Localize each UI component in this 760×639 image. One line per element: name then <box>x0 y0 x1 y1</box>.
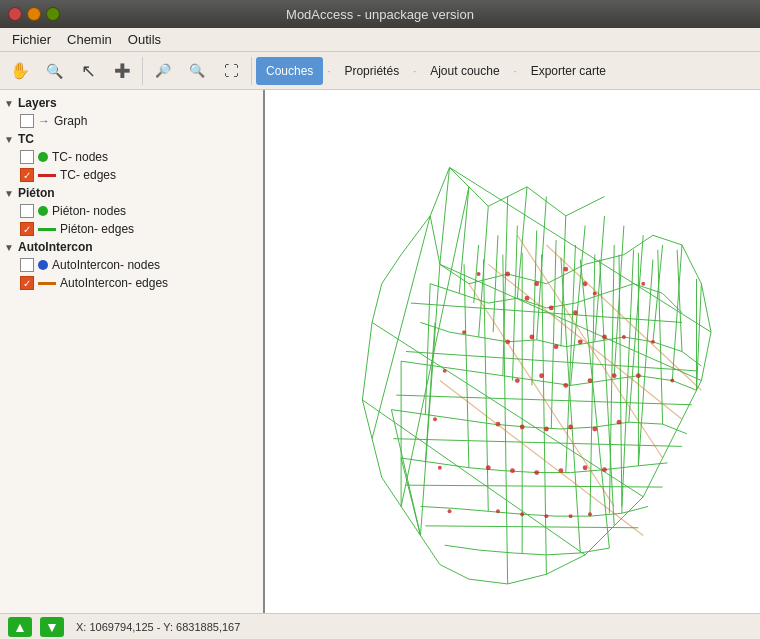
autointercon-nodes-checkbox[interactable] <box>20 258 34 272</box>
autointercon-nodes-row[interactable]: AutoIntercon- nodes <box>0 256 263 274</box>
coordinates-display: X: 1069794,125 - Y: 6831885,167 <box>76 621 240 633</box>
pan-tool[interactable]: ✋ <box>4 55 36 87</box>
autointercon-group-label: AutoIntercon <box>18 240 93 254</box>
menu-chemin[interactable]: Chemin <box>59 30 120 49</box>
pieton-edges-checkbox[interactable] <box>20 222 34 236</box>
svg-point-179 <box>520 512 524 516</box>
pointer-icon: ↖ <box>81 60 96 82</box>
tab-exporter-carte[interactable]: Exporter carte <box>521 57 616 85</box>
svg-point-168 <box>544 427 549 432</box>
svg-point-190 <box>443 369 447 373</box>
svg-point-173 <box>510 468 515 473</box>
layers-expand-icon: ▼ <box>4 98 16 109</box>
zoom-minus-icon: 🔍 <box>189 63 205 78</box>
pointer-tool[interactable]: ↖ <box>72 55 104 87</box>
autointercon-group-header[interactable]: ▼ AutoIntercon <box>0 238 263 256</box>
svg-point-153 <box>549 305 554 310</box>
svg-point-150 <box>563 267 568 272</box>
svg-point-157 <box>554 344 559 349</box>
svg-point-160 <box>515 378 520 383</box>
svg-point-182 <box>588 512 592 516</box>
extent-icon: ⛶ <box>224 62 239 79</box>
svg-point-174 <box>534 470 539 475</box>
toolbar-separator-1 <box>142 57 143 85</box>
svg-point-177 <box>602 467 607 472</box>
svg-point-158 <box>578 339 583 344</box>
layer-graph-checkbox[interactable] <box>20 114 34 128</box>
map-canvas <box>265 90 760 613</box>
svg-point-187 <box>622 335 626 339</box>
crosshair-icon: ✚ <box>114 59 131 83</box>
layer-graph-row[interactable]: → Graph <box>0 112 263 130</box>
svg-point-170 <box>592 427 597 432</box>
pieton-nodes-label: Piéton- nodes <box>52 204 126 218</box>
layers-title: Layers <box>18 96 57 110</box>
toolbar-separator-2 <box>251 57 252 85</box>
maximize-button[interactable] <box>46 7 60 21</box>
tab-couches[interactable]: Couches <box>256 57 323 85</box>
menubar: Fichier Chemin Outils <box>0 28 760 52</box>
zoom-plus-icon: 🔎 <box>155 63 171 78</box>
window-title: ModAccess - unpackage version <box>286 7 474 22</box>
pieton-group-header[interactable]: ▼ Piéton <box>0 184 263 202</box>
tc-nodes-checkbox[interactable] <box>20 150 34 164</box>
svg-point-167 <box>520 425 525 430</box>
crosshair-tool[interactable]: ✚ <box>106 55 138 87</box>
move-up-button[interactable]: ▲ <box>8 617 32 637</box>
svg-point-189 <box>462 330 466 334</box>
zoom-in-tool[interactable]: 🔍 <box>38 55 70 87</box>
close-button[interactable] <box>8 7 22 21</box>
tc-group-header[interactable]: ▼ TC <box>0 130 263 148</box>
svg-point-180 <box>544 514 548 518</box>
svg-point-164 <box>612 373 617 378</box>
map-area[interactable] <box>265 90 760 613</box>
titlebar: ModAccess - unpackage version <box>0 0 760 28</box>
autointercon-expand-icon: ▼ <box>4 242 16 253</box>
minimize-button[interactable] <box>27 7 41 21</box>
tc-group-label: TC <box>18 132 34 146</box>
svg-point-178 <box>496 509 500 513</box>
menu-fichier[interactable]: Fichier <box>4 30 59 49</box>
pieton-nodes-row[interactable]: Piéton- nodes <box>0 202 263 220</box>
pieton-edges-row[interactable]: Piéton- edges <box>0 220 263 238</box>
svg-point-165 <box>636 373 641 378</box>
svg-point-156 <box>529 335 534 340</box>
pieton-edges-label: Piéton- edges <box>60 222 134 236</box>
extent-button[interactable]: ⛶ <box>215 55 247 87</box>
pieton-nodes-checkbox[interactable] <box>20 204 34 218</box>
svg-point-183 <box>477 272 481 276</box>
svg-point-148 <box>505 272 510 277</box>
svg-point-162 <box>563 383 568 388</box>
tc-nodes-row[interactable]: TC- nodes <box>0 148 263 166</box>
svg-point-171 <box>617 420 622 425</box>
tc-nodes-label: TC- nodes <box>52 150 108 164</box>
svg-point-176 <box>583 465 588 470</box>
pan-icon: ✋ <box>10 61 30 80</box>
tc-edges-checkbox[interactable] <box>20 168 34 182</box>
tc-edges-line-icon <box>38 174 56 177</box>
autointercon-edges-row[interactable]: AutoIntercon- edges <box>0 274 263 292</box>
menu-outils[interactable]: Outils <box>120 30 169 49</box>
autointercon-edges-line-icon <box>38 282 56 285</box>
tab-sep-2: · <box>411 65 418 77</box>
move-down-button[interactable]: ▼ <box>40 617 64 637</box>
svg-point-186 <box>670 379 674 383</box>
svg-point-149 <box>534 281 539 286</box>
zoom-in-button[interactable]: 🔎 <box>147 55 179 87</box>
svg-point-154 <box>573 310 578 315</box>
zoom-out-button[interactable]: 🔍 <box>181 55 213 87</box>
tab-proprietes[interactable]: Propriétés <box>334 57 409 85</box>
autointercon-edges-label: AutoIntercon- edges <box>60 276 168 290</box>
autointercon-nodes-label: AutoIntercon- nodes <box>52 258 160 272</box>
layers-header[interactable]: ▼ Layers <box>0 94 263 112</box>
tc-expand-icon: ▼ <box>4 134 16 145</box>
tab-ajout-couche[interactable]: Ajout couche <box>420 57 509 85</box>
pieton-edges-line-icon <box>38 228 56 231</box>
window-controls[interactable] <box>8 7 60 21</box>
svg-point-188 <box>641 282 645 286</box>
statusbar: ▲ ▼ X: 1069794,125 - Y: 6831885,167 <box>0 613 760 639</box>
toolbar: ✋ 🔍 ↖ ✚ 🔎 🔍 ⛶ Couches · Propriétés · Ajo… <box>0 52 760 90</box>
tc-edges-row[interactable]: TC- edges <box>0 166 263 184</box>
svg-point-163 <box>588 378 593 383</box>
autointercon-edges-checkbox[interactable] <box>20 276 34 290</box>
